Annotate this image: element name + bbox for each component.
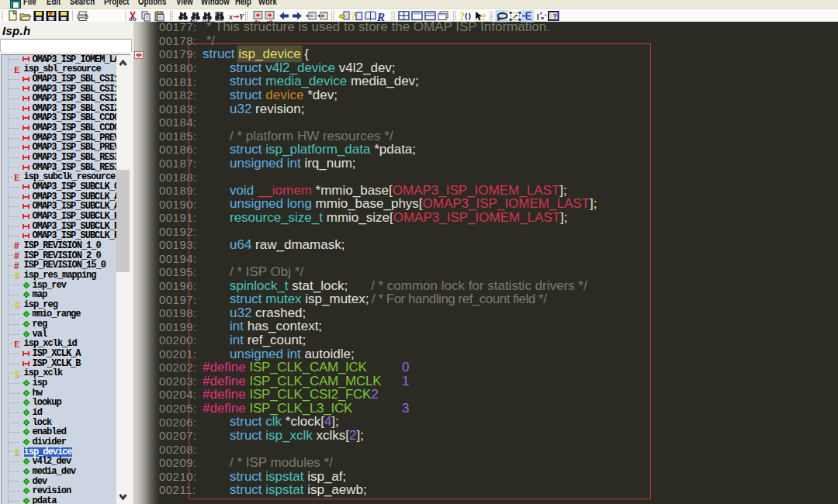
svg-text:Y: Y xyxy=(239,12,244,21)
svg-text:?: ? xyxy=(553,12,558,20)
svg-text:?: ? xyxy=(351,11,356,22)
svg-text:?: ? xyxy=(459,11,465,22)
svg-text:?: ? xyxy=(481,11,487,22)
svg-text:x: x xyxy=(228,12,233,21)
svg-text:R: R xyxy=(376,11,385,23)
